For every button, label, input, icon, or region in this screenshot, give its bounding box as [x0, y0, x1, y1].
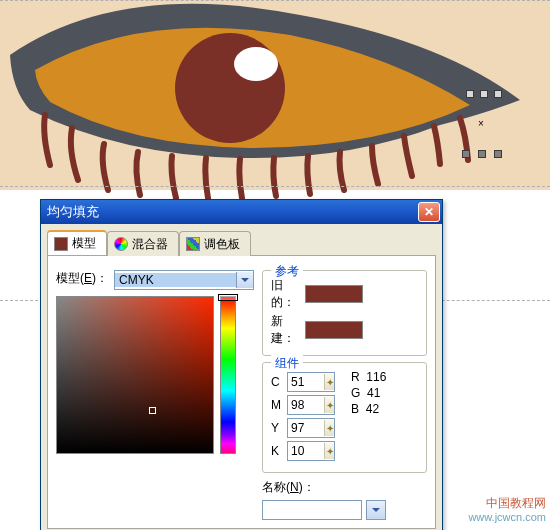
guide-line — [0, 186, 550, 187]
right-column: 参考 旧的： 新建： 组件 C — [262, 270, 427, 520]
spinner-icon[interactable]: ✦ — [324, 374, 334, 390]
model-combobox[interactable]: CMYK — [114, 270, 254, 290]
old-color-label: 旧的： — [271, 277, 305, 311]
spinner-icon[interactable]: ✦ — [324, 397, 334, 413]
selection-handle[interactable] — [480, 90, 488, 98]
selection-handle[interactable] — [494, 90, 502, 98]
svg-point-0 — [175, 33, 285, 143]
tab-content: 模型(E)： CMYK 参考 — [47, 255, 436, 529]
m-value[interactable] — [288, 398, 324, 412]
reference-fieldset: 参考 旧的： 新建： — [262, 270, 427, 356]
y-label: Y — [271, 421, 281, 435]
k-value[interactable] — [288, 444, 324, 458]
left-column: 模型(E)： CMYK — [56, 270, 254, 520]
selection-handle[interactable] — [462, 150, 470, 158]
components-fieldset: 组件 C ✦ M — [262, 362, 427, 473]
tab-mixer[interactable]: 混合器 — [107, 231, 179, 256]
tab-label: 混合器 — [132, 236, 168, 253]
svg-point-1 — [234, 47, 278, 81]
color-picker[interactable] — [56, 296, 214, 454]
new-color-swatch[interactable] — [305, 321, 363, 339]
y-input[interactable]: ✦ — [287, 418, 335, 438]
tabstrip: 模型 混合器 调色板 — [41, 224, 442, 255]
old-color-swatch[interactable] — [305, 285, 363, 303]
rgb-readout: R 116 G 41 B 42 — [351, 369, 386, 464]
eye-artwork — [0, 0, 550, 200]
selection-center[interactable]: × — [478, 118, 484, 129]
selection-handle[interactable] — [494, 150, 502, 158]
color-wheel-icon — [114, 237, 128, 251]
titlebar[interactable]: 均匀填充 ✕ — [41, 200, 442, 224]
watermark: 中国教程网 www.jcwcn.com — [468, 496, 546, 524]
name-dropdown-button[interactable] — [366, 500, 386, 520]
name-input[interactable] — [262, 500, 362, 520]
tab-model[interactable]: 模型 — [47, 230, 107, 255]
hue-slider[interactable] — [220, 296, 236, 454]
m-label: M — [271, 398, 281, 412]
picker-cursor[interactable] — [149, 407, 156, 414]
spinner-icon[interactable]: ✦ — [324, 420, 334, 436]
tab-label: 模型 — [72, 235, 96, 252]
drawing-canvas[interactable]: × — [0, 0, 550, 190]
tab-label: 调色板 — [204, 236, 240, 253]
hue-thumb[interactable] — [218, 294, 238, 301]
dialog-title: 均匀填充 — [47, 203, 99, 221]
color-swatch-icon — [54, 237, 68, 251]
name-label: 名称(N)： — [262, 479, 315, 496]
m-input[interactable]: ✦ — [287, 395, 335, 415]
name-row: 名称(N)： — [262, 479, 427, 496]
k-input[interactable]: ✦ — [287, 441, 335, 461]
selection-handle[interactable] — [478, 150, 486, 158]
close-button[interactable]: ✕ — [418, 202, 440, 222]
uniform-fill-dialog: 均匀填充 ✕ 模型 混合器 调色板 模型(E)： CMYK — [40, 199, 443, 530]
new-color-label: 新建： — [271, 313, 305, 347]
selection-handle[interactable] — [466, 90, 474, 98]
fieldset-legend: 组件 — [271, 355, 303, 372]
model-label: 模型(E)： — [56, 270, 108, 287]
c-input[interactable]: ✦ — [287, 372, 335, 392]
c-label: C — [271, 375, 281, 389]
spinner-icon[interactable]: ✦ — [324, 443, 334, 459]
palette-icon — [186, 237, 200, 251]
c-value[interactable] — [288, 375, 324, 389]
model-value: CMYK — [115, 273, 236, 287]
tab-palette[interactable]: 调色板 — [179, 231, 251, 256]
y-value[interactable] — [288, 421, 324, 435]
k-label: K — [271, 444, 281, 458]
fieldset-legend: 参考 — [271, 263, 303, 280]
dropdown-icon[interactable] — [236, 272, 253, 288]
